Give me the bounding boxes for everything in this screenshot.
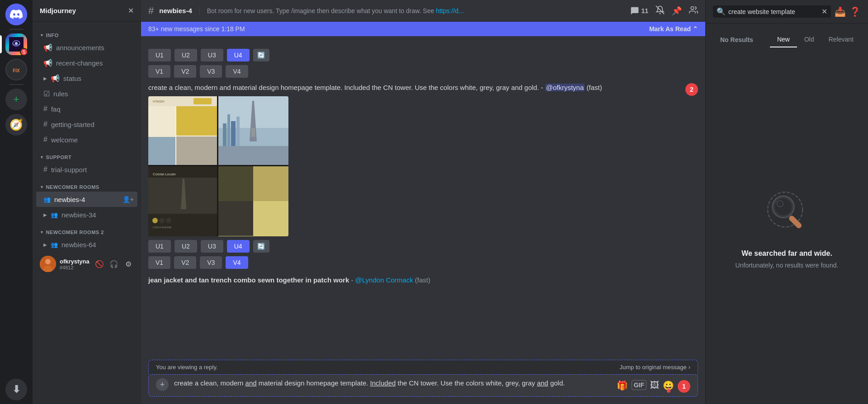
header-link[interactable]: https://d...: [436, 7, 463, 14]
sticker-button[interactable]: 🖼: [650, 380, 659, 390]
server-icon-midjourney[interactable]: 5: [5, 33, 27, 55]
header-separator: [199, 6, 200, 15]
svg-rect-37: [218, 201, 253, 236]
user-info-sidebar: ofkrystyna #4812: [60, 258, 90, 270]
u1-button[interactable]: U1: [148, 240, 171, 253]
message-mention[interactable]: @ofkrystyna: [545, 84, 585, 91]
inbox-icon[interactable]: 📥: [835, 6, 846, 17]
search-clear-button[interactable]: ✕: [821, 7, 827, 16]
v1-button-top[interactable]: V1: [148, 65, 170, 78]
v4-button[interactable]: V4: [226, 256, 248, 269]
channel-newbies-64[interactable]: ▶ 👥 newbies-64: [36, 237, 137, 252]
filter-tab-new[interactable]: New: [770, 32, 797, 47]
gif-button[interactable]: GIF: [632, 380, 646, 390]
channel-name-6: getting-started: [51, 121, 94, 128]
v2-button[interactable]: V2: [174, 256, 196, 269]
category-newcomer-2[interactable]: ▼ NEWCOMER ROOMS 2: [33, 222, 141, 237]
new-messages-banner: 83+ new messages since 1:18 PM Mark As R…: [141, 22, 705, 36]
svg-rect-35: [218, 166, 253, 201]
megaphone-icon-2: 📢: [43, 59, 52, 67]
hash-icon-3: #: [43, 136, 47, 144]
empty-title: We searched far and wide.: [741, 249, 832, 258]
send-button[interactable]: 1: [678, 380, 690, 393]
reply-indicator: You are viewing a reply. Jump to origina…: [148, 360, 698, 374]
filter-tab-relevant[interactable]: Relevant: [821, 32, 861, 47]
filter-tab-old[interactable]: Old: [797, 32, 821, 47]
search-results-header: No Results New Old Relevant: [706, 23, 868, 51]
input-text-3: the CN tower. Use the colors white, grey…: [396, 379, 537, 387]
image-grid[interactable]: HTAIDH: [148, 96, 288, 236]
u3-button-top[interactable]: U3: [201, 49, 223, 61]
chat-input-text[interactable]: create a clean, modern and material desi…: [174, 378, 611, 388]
v2-button-top[interactable]: V2: [174, 65, 196, 78]
channel-rules[interactable]: ☑ rules: [36, 86, 137, 101]
notification-badge: 5: [20, 48, 28, 56]
channel-newbies-34[interactable]: ▶ 👥 newbies-34: [36, 207, 137, 222]
chat-input-box[interactable]: + create a clean, modern and material de…: [148, 374, 698, 397]
help-icon[interactable]: ❓: [849, 6, 861, 17]
download-button[interactable]: ⬇: [5, 379, 27, 400]
gift-button[interactable]: 🎁: [617, 380, 628, 391]
jump-to-message-button[interactable]: Jump to original message ›: [620, 364, 690, 371]
settings-button[interactable]: ⚙: [122, 258, 135, 270]
u3-button[interactable]: U3: [201, 240, 223, 253]
search-input[interactable]: [728, 8, 819, 15]
channel-getting-started[interactable]: # getting-started: [36, 117, 137, 132]
category-support[interactable]: ▼ SUPPORT: [33, 147, 141, 162]
u1-button-top[interactable]: U1: [148, 49, 171, 61]
svg-rect-38: [253, 166, 288, 201]
server-name: Midjourney: [40, 7, 76, 14]
members-icon[interactable]: [689, 5, 698, 16]
mark-as-read-button[interactable]: Mark As Read ⌃: [649, 25, 698, 33]
jean-mention[interactable]: @Lyndon Cormack: [355, 276, 413, 284]
add-attachment-button[interactable]: +: [156, 378, 169, 391]
channel-trial-support[interactable]: # trial-support: [36, 162, 137, 177]
category-newcomer[interactable]: ▼ NEWCOMER ROOMS: [33, 177, 141, 192]
channel-faq[interactable]: # faq: [36, 101, 137, 117]
u4-button-top[interactable]: U4: [227, 49, 250, 61]
v4-button-top[interactable]: V4: [226, 65, 248, 78]
v3-button-top[interactable]: V3: [200, 65, 222, 78]
server-header[interactable]: Midjourney ✕: [33, 0, 141, 22]
mark-as-read-label: Mark As Read: [649, 25, 691, 33]
mute-button[interactable]: 🚫: [93, 258, 106, 270]
input-text-and: and: [245, 379, 257, 387]
svg-point-32: [166, 218, 171, 223]
threads-icon[interactable]: 11: [630, 6, 648, 15]
add-server-button[interactable]: +: [5, 89, 27, 110]
discord-home-button[interactable]: [5, 4, 27, 25]
headphones-button[interactable]: 🎧: [108, 258, 120, 270]
chevron-down-icon: ✕: [128, 6, 134, 15]
refresh-button[interactable]: 🔄: [253, 240, 269, 253]
u2-button-top[interactable]: U2: [175, 49, 197, 61]
search-input-wrapper[interactable]: 🔍 ✕: [713, 5, 831, 18]
message-block-main: create a clean, modern and material desi…: [141, 80, 705, 272]
channel-welcome[interactable]: # welcome: [36, 132, 137, 147]
category-chevron-newcomer: ▼: [40, 185, 44, 189]
channel-name-2: recent-changes: [56, 59, 103, 67]
no-results-label: No Results: [713, 29, 760, 51]
v1-button[interactable]: V1: [148, 256, 170, 269]
hash-icon: #: [43, 105, 47, 113]
message-left-main: create a clean, modern and material desi…: [148, 83, 682, 269]
bell-muted-icon[interactable]: [656, 5, 665, 16]
chat-input-actions: 🎁 GIF 🖼 😀 1: [617, 378, 690, 393]
u4-button[interactable]: U4: [227, 240, 250, 253]
add-member-icon[interactable]: 👤+: [123, 196, 134, 203]
active-indicator: [0, 35, 2, 53]
channel-announcements[interactable]: 📢 announcements: [36, 40, 137, 55]
channel-newbies-4[interactable]: 👥 newbies-4 👤+: [36, 192, 137, 207]
explore-button[interactable]: 🧭: [5, 114, 27, 136]
svg-rect-24: [218, 146, 288, 165]
v3-button[interactable]: V3: [200, 256, 222, 269]
pin-icon[interactable]: 📌: [672, 6, 682, 16]
u2-button[interactable]: U2: [175, 240, 197, 253]
category-info[interactable]: ▼ INFO: [33, 25, 141, 40]
svg-text:CAN A RHOND: CAN A RHOND: [153, 226, 172, 229]
channel-status[interactable]: ▶ 📢 status: [36, 70, 137, 86]
server-icon-fix[interactable]: FIX: [5, 59, 27, 80]
refresh-button-top[interactable]: 🔄: [253, 49, 269, 61]
header-icons: 11 📌: [630, 5, 698, 16]
category-label-newcomer-2: NEWCOMER ROOMS 2: [46, 230, 104, 235]
channel-recent-changes[interactable]: 📢 recent-changes: [36, 55, 137, 70]
